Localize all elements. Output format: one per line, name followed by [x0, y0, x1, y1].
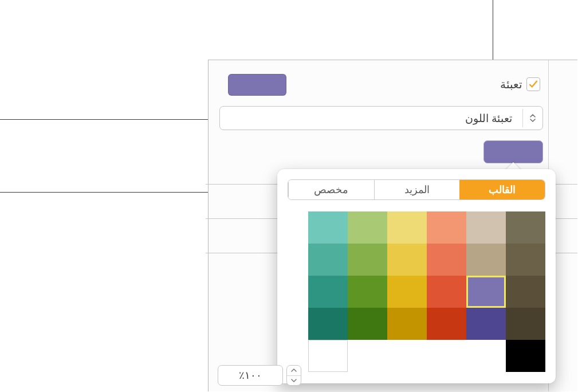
format-panel: تعبئة تعبئة اللون القالب المزيد مخصص [208, 60, 577, 391]
fill-type-value: تعبئة اللون [220, 112, 512, 125]
color-swatch[interactable] [387, 211, 427, 244]
opacity-row: ١٠٠٪ [218, 365, 301, 386]
fill-type-dropdown[interactable]: تعبئة اللون [219, 106, 543, 130]
chevron-updown-icon [523, 113, 542, 123]
fill-row: تعبئة [209, 74, 577, 99]
fill-current-swatch[interactable] [228, 74, 286, 96]
color-swatch[interactable] [506, 276, 545, 308]
tab-custom[interactable]: مخصص [288, 180, 374, 199]
check-icon [528, 79, 538, 89]
color-swatch[interactable] [466, 244, 506, 276]
color-swatch[interactable] [308, 211, 348, 244]
popover-tabs: القالب المزيد مخصص [288, 179, 545, 200]
bw-row [308, 340, 545, 372]
color-swatch[interactable] [308, 308, 348, 340]
color-swatch[interactable] [348, 276, 387, 308]
color-swatch[interactable] [348, 308, 387, 340]
opacity-stepper[interactable] [286, 365, 301, 386]
color-swatch[interactable] [427, 276, 466, 308]
color-swatch[interactable] [427, 308, 466, 340]
tab-more[interactable]: المزيد [374, 180, 460, 199]
color-swatch[interactable] [387, 276, 427, 308]
color-palette [308, 211, 545, 340]
color-swatch[interactable] [427, 211, 466, 244]
color-swatch[interactable] [348, 211, 387, 244]
tab-template[interactable]: القالب [459, 180, 545, 199]
color-swatch[interactable] [506, 211, 545, 244]
callout-leader [0, 119, 219, 120]
chevron-down-icon [287, 376, 301, 386]
chevron-up-icon [287, 366, 301, 375]
color-swatch[interactable] [506, 244, 545, 276]
color-swatch[interactable] [308, 244, 348, 276]
color-swatch[interactable] [506, 308, 545, 340]
color-swatch[interactable] [387, 244, 427, 276]
color-swatch[interactable] [348, 244, 387, 276]
color-swatch[interactable] [466, 308, 506, 340]
fill-label: تعبئة [500, 77, 522, 91]
color-swatch[interactable] [308, 276, 348, 308]
callout-leader [493, 0, 493, 60]
color-well[interactable] [483, 140, 543, 163]
color-swatch[interactable] [466, 276, 506, 308]
color-swatch[interactable] [387, 308, 427, 340]
color-swatch[interactable] [427, 244, 466, 276]
color-swatch[interactable] [308, 340, 348, 372]
fill-checkbox[interactable] [526, 77, 540, 91]
color-popover: القالب المزيد مخصص [277, 169, 556, 383]
divider [522, 109, 523, 127]
color-swatch[interactable] [466, 211, 506, 244]
color-swatch[interactable] [506, 340, 545, 372]
opacity-field[interactable]: ١٠٠٪ [218, 365, 283, 386]
